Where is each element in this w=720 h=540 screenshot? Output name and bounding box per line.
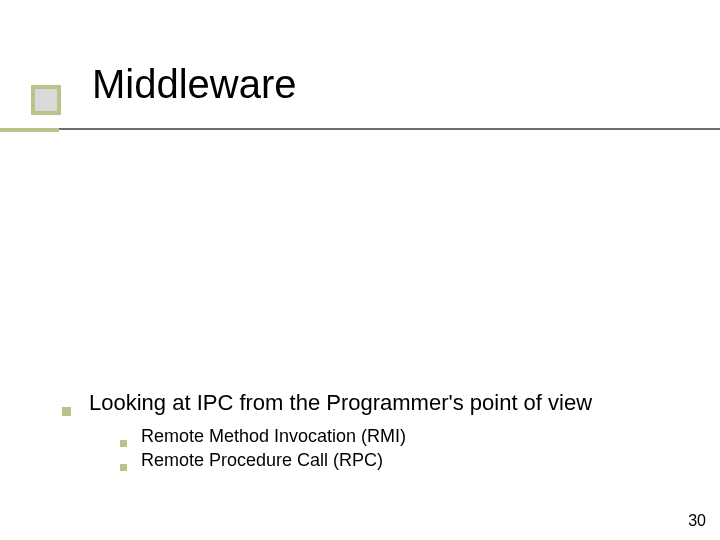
title-underline [59, 128, 720, 130]
list-item: Remote Method Invocation (RMI) [120, 426, 680, 447]
list-item: Looking at IPC from the Programmer's poi… [62, 390, 680, 416]
square-bullet-icon [120, 464, 127, 471]
page-number: 30 [688, 512, 706, 530]
list-item: Remote Procedure Call (RPC) [120, 450, 680, 471]
square-bullet-icon [62, 407, 71, 416]
slide-header: Middleware [0, 0, 720, 60]
list-item-text: Looking at IPC from the Programmer's poi… [89, 390, 592, 416]
square-bullet-icon [120, 440, 127, 447]
content-area: Looking at IPC from the Programmer's poi… [62, 390, 680, 474]
list-item-text: Remote Procedure Call (RPC) [141, 450, 383, 471]
sub-list: Remote Method Invocation (RMI) Remote Pr… [120, 426, 680, 471]
title-underline-accent [0, 128, 59, 132]
list-item-text: Remote Method Invocation (RMI) [141, 426, 406, 447]
title-bullet-icon [31, 85, 61, 115]
slide-title: Middleware [92, 62, 297, 107]
